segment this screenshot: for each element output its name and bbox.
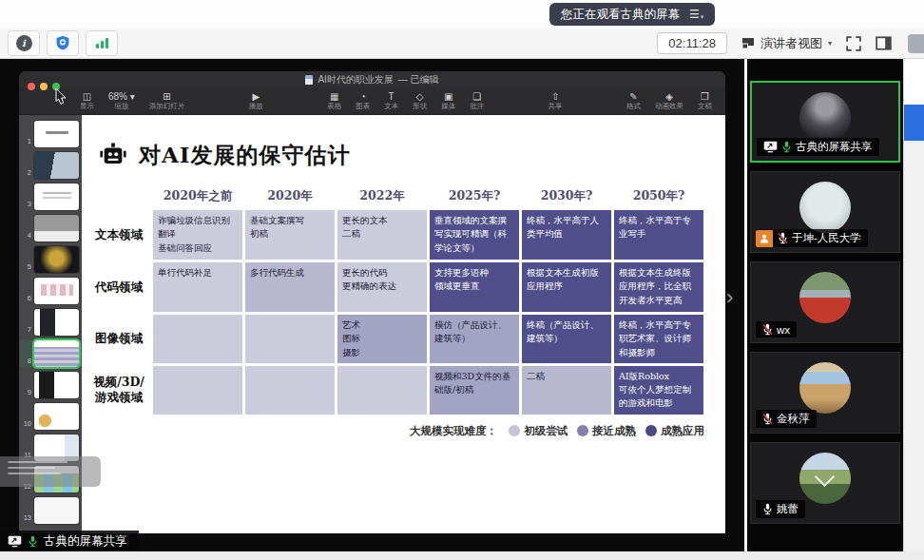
legend-label: 初级尝试 bbox=[524, 424, 568, 438]
table-column-header: 2020年 bbox=[245, 182, 335, 207]
participant-name-bar: 姚蕾 bbox=[756, 500, 805, 518]
slide-thumbnail-8[interactable]: 8 bbox=[20, 340, 82, 367]
table-legend: 大规模实现难度： 初级尝试接近成熟成熟应用 bbox=[82, 424, 704, 438]
toolbar-right-group: 02:11:28 演讲者视图 ▾ bbox=[657, 32, 892, 54]
table-cell bbox=[245, 315, 335, 363]
view-mode-dropdown[interactable]: 演讲者视图 ▾ bbox=[741, 35, 832, 52]
table-cell: 终稿，水平高于人类平均值 bbox=[522, 210, 611, 260]
keynote-tool-comment[interactable]: ❏批注 bbox=[470, 91, 484, 111]
table-column-header: 2022年 bbox=[337, 182, 427, 207]
slide-thumbnail-9[interactable]: 9 bbox=[20, 372, 82, 398]
table-row-label: 文本领域 bbox=[87, 210, 150, 260]
shield-plus-icon bbox=[55, 35, 70, 51]
keynote-tool-label: 动画效果 bbox=[655, 102, 683, 111]
close-icon bbox=[28, 83, 35, 90]
table-row-label: 图像领域 bbox=[87, 315, 150, 363]
hamburger-icon: ☰ bbox=[689, 8, 700, 21]
side-by-side-layout-button[interactable] bbox=[876, 36, 892, 50]
info-icon: i bbox=[16, 35, 32, 51]
keynote-tool-label: 共享 bbox=[549, 102, 563, 111]
format-icon: ✎ bbox=[629, 91, 637, 102]
slide-number: 1 bbox=[20, 137, 31, 145]
mic-muted-icon bbox=[762, 413, 773, 425]
table-column-header: 2050年? bbox=[614, 182, 703, 207]
slide-thumbnail-4[interactable]: 4 bbox=[20, 215, 82, 241]
participant-tile[interactable]: 于坤-人民大学 bbox=[750, 171, 900, 253]
mic-muted-icon bbox=[778, 232, 788, 244]
mic-on-icon bbox=[762, 503, 773, 515]
keynote-tool-label: 媒体 bbox=[441, 102, 455, 111]
media-icon: ▣ bbox=[444, 91, 452, 102]
keynote-tool-text[interactable]: T文本 bbox=[384, 91, 398, 111]
person-badge-icon bbox=[756, 230, 773, 247]
avatar bbox=[799, 182, 851, 233]
meeting-info-button[interactable]: i bbox=[8, 30, 40, 56]
keynote-tool-document[interactable]: ❒文稿 bbox=[698, 91, 712, 111]
keynote-tool-zoom[interactable]: 68% ▾缩放 bbox=[108, 91, 135, 111]
keynote-tool-label: 文本 bbox=[384, 102, 398, 111]
participant-tile[interactable]: wx bbox=[750, 261, 900, 343]
background-blue-block bbox=[904, 105, 924, 141]
add-slide-icon: ⊞ bbox=[163, 91, 170, 102]
keynote-tool-label: 图表 bbox=[356, 102, 370, 111]
slide-thumbnail-3[interactable]: 3 bbox=[20, 183, 82, 210]
top-banner-strip: 您正在观看古典的屏幕 ☰ ▾ bbox=[0, 0, 924, 29]
table-cell: 终稿（产品设计、建筑等） bbox=[522, 315, 611, 363]
table-cell bbox=[245, 366, 335, 415]
keynote-tool-media[interactable]: ▣媒体 bbox=[441, 91, 455, 111]
participant-tile[interactable]: 古典的屏幕共享 bbox=[750, 81, 900, 163]
bottom-desktop-strip bbox=[0, 551, 924, 560]
edge-partial-icon[interactable] bbox=[908, 34, 924, 53]
keynote-window: AI时代的职业发展 — 已编辑 ◫显示68% ▾缩放⊞添加幻灯片▶播放▦表格◔图… bbox=[19, 71, 725, 533]
legend-dot bbox=[509, 425, 520, 436]
keynote-toolbar-group: ✎格式◈动画效果❒文稿 bbox=[626, 91, 712, 111]
keynote-tool-table[interactable]: ▦表格 bbox=[327, 91, 341, 111]
participant-tile[interactable]: 金秋萍 bbox=[750, 352, 900, 434]
table-column-header: 2030年? bbox=[522, 182, 611, 207]
avatar bbox=[799, 272, 851, 323]
table-cell: 模仿（产品设计、建筑等） bbox=[430, 315, 519, 363]
security-button[interactable] bbox=[47, 30, 79, 56]
banner-menu-button[interactable]: ☰ ▾ bbox=[689, 8, 703, 21]
table-cell: 垂直领域的文案撰写实现可精调（科学论文等） bbox=[430, 210, 519, 260]
slide-thumbnail-10[interactable]: 10 bbox=[20, 403, 82, 430]
keynote-tool-view[interactable]: ◫显示 bbox=[80, 91, 94, 111]
slide-thumbnail-2[interactable]: 2 bbox=[20, 152, 82, 179]
slide-number: 4 bbox=[20, 231, 31, 240]
participant-name-bar: wx bbox=[756, 321, 797, 338]
fullscreen-button[interactable] bbox=[846, 36, 861, 51]
background-window-sliver bbox=[903, 59, 924, 560]
slide-thumbnail-1[interactable]: 1 bbox=[20, 121, 82, 147]
keynote-tool-play[interactable]: ▶播放 bbox=[249, 91, 263, 111]
slide-number: 10 bbox=[20, 419, 31, 428]
keynote-tool-share[interactable]: ⇧共享 bbox=[549, 91, 563, 111]
slide-thumbnail-5[interactable]: 5 bbox=[20, 246, 82, 273]
slide-thumbnail-7[interactable]: 7 bbox=[20, 309, 82, 336]
table-cell: 基础文案撰写 初稿 bbox=[245, 210, 335, 260]
meeting-timer: 02:11:28 bbox=[657, 32, 727, 54]
keynote-tool-shape[interactable]: ◇形状 bbox=[413, 91, 427, 111]
slide-thumb-preview bbox=[34, 121, 79, 147]
table-cell: 艺术 图标 摄影 bbox=[337, 315, 427, 363]
table-row-label: 视频/3D/ 游戏领域 bbox=[87, 366, 150, 415]
view-mode-label: 演讲者视图 bbox=[760, 35, 822, 52]
keynote-tool-chart[interactable]: ◔图表 bbox=[356, 91, 370, 111]
keynote-tool-animate[interactable]: ◈动画效果 bbox=[655, 91, 683, 111]
keynote-toolbar-group: ▦表格◔图表T文本◇形状▣媒体❏批注 bbox=[327, 91, 484, 111]
network-signal-button[interactable] bbox=[86, 30, 118, 56]
robot-icon bbox=[97, 140, 129, 170]
table-cell: 二稿 bbox=[522, 366, 611, 415]
legend-dot bbox=[645, 425, 657, 436]
participant-tile[interactable]: 姚蕾 bbox=[750, 442, 900, 524]
slide-thumbnail-13[interactable]: 13 bbox=[20, 497, 82, 524]
keynote-tool-add-slide[interactable]: ⊞添加幻灯片 bbox=[149, 91, 185, 111]
document-icon bbox=[305, 75, 313, 85]
keynote-tool-label: 批注 bbox=[470, 102, 484, 111]
keynote-tool-format[interactable]: ✎格式 bbox=[626, 91, 641, 111]
slide-thumbnail-6[interactable]: 6 bbox=[20, 278, 82, 304]
document-icon: ❒ bbox=[701, 91, 709, 102]
mic-on-icon bbox=[781, 141, 792, 153]
panel-expand-chevron[interactable]: › bbox=[726, 285, 733, 310]
avatar bbox=[799, 362, 851, 414]
slide-number: 2 bbox=[20, 168, 31, 177]
